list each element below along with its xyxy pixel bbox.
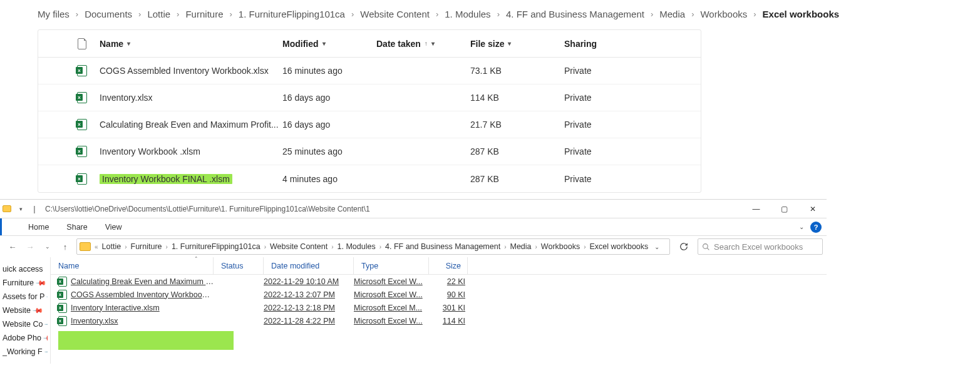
tab-view[interactable]: View <box>96 218 131 235</box>
sidebar-quick-access[interactable]: uick access <box>3 262 48 276</box>
col-size[interactable]: Size <box>429 257 468 274</box>
address-seg[interactable]: Website Content <box>270 242 328 251</box>
file-name: COGS Assembled Inventory Workbook.xlsx <box>100 66 269 76</box>
window-title: C:\Users\lottie\OneDrive\Documents\Lotti… <box>41 205 742 213</box>
table-row[interactable]: Inventory Workbook .xlsm25 minutes ago28… <box>38 138 701 165</box>
file-modified: 25 minutes ago <box>282 146 376 156</box>
address-seg[interactable]: 4. FF and Business Management <box>385 242 500 251</box>
file-date: 2022-11-28 4:22 PM <box>264 317 354 325</box>
tab-share[interactable]: Share <box>58 218 96 235</box>
table-row[interactable]: Inventory.xlsx2022-11-28 4:22 PMMicrosof… <box>51 314 827 327</box>
col-name[interactable]: Name <box>51 257 214 274</box>
svg-line-1 <box>707 248 709 250</box>
chevron-down-icon[interactable]: ⌄ <box>651 243 663 250</box>
file-date: 2022-11-29 10:10 AM <box>264 277 354 286</box>
tab-file[interactable] <box>0 218 19 235</box>
help-icon[interactable]: ? <box>810 222 822 233</box>
table-row[interactable]: Calculating Break Even and Maximum Profi… <box>38 111 701 138</box>
folder-icon <box>80 242 91 251</box>
breadcrumb-seg[interactable]: Documents <box>85 9 132 19</box>
sidebar-item[interactable]: Assets for P📌 <box>3 290 48 304</box>
window-titlebar[interactable]: ▾ | C:\Users\lottie\OneDrive\Documents\L… <box>0 200 827 218</box>
col-file-size[interactable]: File size▾ <box>470 39 564 49</box>
file-name: Inventory Workbook FINAL .xlsm <box>100 174 232 184</box>
col-date-taken[interactable]: Date taken↑▾ <box>376 39 470 49</box>
file-sharing: Private <box>564 93 658 103</box>
col-type[interactable]: Type <box>354 257 429 274</box>
file-date: 2022-12-13 2:18 PM <box>264 304 354 312</box>
chevron-right-icon: › <box>379 243 381 250</box>
chevron-down-icon[interactable]: ⌄ <box>799 223 804 230</box>
breadcrumb-seg[interactable]: Furniture <box>185 9 223 19</box>
file-size: 287 KB <box>470 174 564 184</box>
col-status[interactable]: Status <box>214 257 264 274</box>
breadcrumb-seg[interactable]: Media <box>659 9 685 19</box>
dropdown-icon[interactable]: ▾ <box>14 202 28 217</box>
table-row[interactable]: Inventory Workbook FINAL .xlsm4 minutes … <box>38 165 701 192</box>
chevron-right-icon: › <box>264 243 266 250</box>
chevron-down-icon: ▾ <box>127 40 130 47</box>
chevron-right-icon: › <box>76 9 78 19</box>
file-grid: Name▾ Modified▾ Date taken↑▾ File size▾ … <box>38 29 701 193</box>
sidebar-item[interactable]: Website Co📌 <box>3 317 48 331</box>
file-name: Inventory Workbook .xlsm <box>100 146 200 156</box>
file-size: 21.7 KB <box>470 120 564 130</box>
breadcrumb-seg[interactable]: 1. FurnitureFlipping101ca <box>239 9 345 19</box>
address-seg[interactable]: 1. Modules <box>338 242 376 251</box>
col-modified[interactable]: Modified▾ <box>282 39 376 49</box>
address-seg[interactable]: Lottie <box>102 242 121 251</box>
breadcrumb-seg[interactable]: 4. FF and Business Management <box>506 9 644 19</box>
sidebar-item[interactable]: Website📌 <box>3 304 48 317</box>
excel-file-icon <box>58 303 67 313</box>
breadcrumb-seg[interactable]: 1. Modules <box>445 9 490 19</box>
close-button[interactable]: ✕ <box>798 200 827 218</box>
chevron-right-icon: › <box>504 243 506 250</box>
forward-button[interactable]: → <box>24 242 36 252</box>
file-name: Inventory.xlsx <box>100 93 153 103</box>
excel-file-icon <box>77 65 87 76</box>
breadcrumb-seg[interactable]: Workbooks <box>700 9 747 19</box>
recent-dropdown[interactable]: ⌄ <box>41 243 54 250</box>
address-seg[interactable]: 1. FurnitureFlipping101ca <box>172 242 260 251</box>
address-seg[interactable]: Media <box>510 242 531 251</box>
excel-file-icon <box>77 146 87 157</box>
search-input[interactable]: Search Excel workbooks <box>698 238 823 255</box>
address-seg[interactable]: Excel workbooks <box>590 242 649 251</box>
minimize-button[interactable]: — <box>742 200 770 218</box>
file-modified: 16 days ago <box>282 93 376 103</box>
chevron-right-icon: › <box>351 9 354 19</box>
table-row[interactable]: COGS Assembled Inventory Workbook.xlsx20… <box>51 288 827 301</box>
explorer-header: ˄ Name Status Date modified Type Size <box>51 257 827 275</box>
table-row[interactable]: COGS Assembled Inventory Workbook.xlsx16… <box>38 58 701 84</box>
col-sharing[interactable]: Sharing <box>564 39 658 49</box>
sidebar-item[interactable]: _Working F📌 <box>3 345 48 359</box>
breadcrumb-seg[interactable]: My files <box>38 9 70 19</box>
excel-file-icon <box>77 119 87 130</box>
chevron-right-icon: › <box>331 243 333 250</box>
chevron-right-icon: › <box>138 9 141 19</box>
maximize-button[interactable]: ▢ <box>770 200 798 218</box>
address-seg[interactable]: Workbooks <box>541 242 580 251</box>
address-bar[interactable]: « Lottie›Furniture›1. FurnitureFlipping1… <box>76 238 670 255</box>
table-row[interactable]: Inventory.xlsx16 days ago114 KBPrivate <box>38 84 701 111</box>
breadcrumb-seg[interactable]: Excel workbooks <box>763 9 840 19</box>
grid-header: Name▾ Modified▾ Date taken↑▾ File size▾ … <box>38 30 701 58</box>
breadcrumb-seg[interactable]: Lottie <box>147 9 170 19</box>
pin-icon: 📌 <box>34 277 46 289</box>
tab-home[interactable]: Home <box>19 218 58 235</box>
back-button[interactable]: ← <box>6 242 19 252</box>
breadcrumb-seg[interactable]: Website Content <box>360 9 430 19</box>
chevron-right-icon: › <box>166 243 168 250</box>
refresh-button[interactable] <box>675 238 693 255</box>
doc-type-icon <box>78 38 86 49</box>
pin-icon: 📌 <box>44 318 48 330</box>
chevron-right-icon: › <box>436 9 438 19</box>
up-button[interactable]: ↑ <box>59 242 71 252</box>
col-name[interactable]: Name▾ <box>95 39 282 49</box>
table-row[interactable]: Calculating Break Even and Maximum Pr...… <box>51 275 827 288</box>
table-row[interactable]: Inventory Interactive.xlsm2022-12-13 2:1… <box>51 301 827 314</box>
address-seg[interactable]: Furniture <box>131 242 162 251</box>
col-date-modified[interactable]: Date modified <box>264 257 354 274</box>
sidebar-item[interactable]: Adobe Pho📌 <box>3 331 48 345</box>
sidebar-item[interactable]: Furniture📌 <box>3 276 48 290</box>
